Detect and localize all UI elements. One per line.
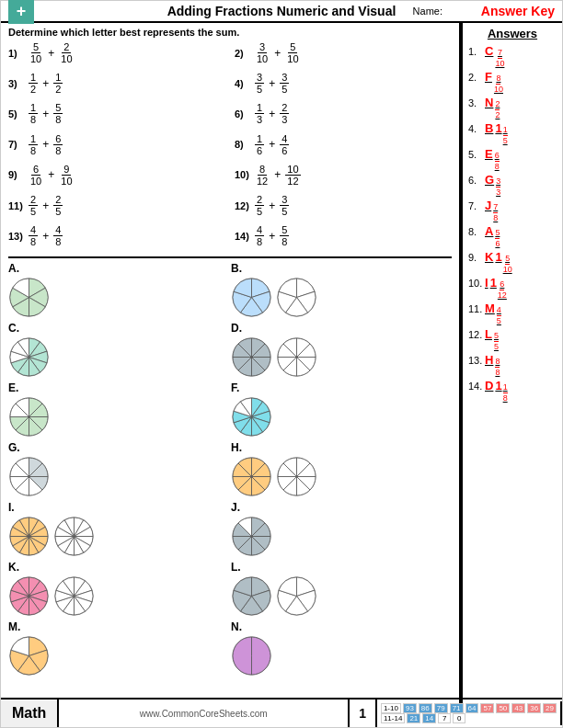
problem-7: 7) 1 8 + 6 8: [8, 133, 225, 156]
answer-frac: 2 2: [495, 100, 500, 119]
answer-num: 11.: [468, 303, 485, 314]
problem-11: 11) 2 5 + 2 5: [8, 194, 225, 217]
problem-3: 3) 1 2 + 1 2: [8, 72, 225, 95]
problem-num: 9): [8, 169, 23, 180]
answer-whole: 1: [495, 250, 501, 264]
problem-num: 12): [235, 200, 249, 211]
pie-label-F: F.: [231, 381, 452, 394]
fraction-expr: 2 5 + 2 5: [27, 194, 64, 217]
pie-chart-svg: [231, 575, 272, 617]
answer-underline: J 7 8: [485, 199, 498, 222]
answer-whole: 1: [490, 276, 497, 290]
answer-frac: 5 5: [494, 332, 499, 351]
footer: Math www.CommonCoreSheets.com 1 1-109386…: [1, 698, 562, 727]
answer-underline: G 3 3: [485, 173, 500, 197]
fraction-1: 1 8: [29, 133, 38, 156]
pie-chart-svg: [53, 516, 95, 557]
fraction-1: 2 5: [29, 194, 38, 217]
pie-row-C: [8, 336, 229, 378]
answer-underline: L 5 5: [485, 327, 499, 351]
pie-group-F: F.: [231, 381, 452, 438]
answer-frac: 8 10: [494, 74, 503, 94]
problem-14: 14) 4 8 + 5 8: [235, 224, 452, 247]
pie-left-column: A. C. E. G. I. K. M.: [8, 262, 229, 680]
fraction-expr: 1 2 + 1 2: [27, 72, 64, 95]
problem-9: 9) 6 10 + 9 10: [8, 164, 225, 187]
pie-row-N: [231, 635, 452, 677]
stat-cell: 50: [496, 703, 510, 713]
problem-6: 6) 1 3 + 2 3: [235, 102, 452, 125]
answer-letter: D: [485, 379, 493, 392]
answers-title: Answers: [468, 27, 557, 40]
stats-row-2: 11-14211470: [381, 713, 557, 723]
answer-letter: N: [485, 96, 493, 109]
pie-label-K: K.: [8, 561, 229, 574]
answer-underline: N 2 2: [485, 96, 500, 119]
answer-underline: A 5 6: [485, 224, 500, 248]
answer-item: 6. G 3 3: [468, 173, 557, 197]
pie-label-E: E.: [8, 381, 229, 394]
fraction-1: 4 8: [29, 224, 38, 247]
problem-num: 13): [8, 231, 23, 242]
fraction-expr: 3 5 + 3 5: [253, 72, 291, 95]
answer-letter: K: [485, 250, 493, 264]
pie-row-J: [231, 516, 452, 557]
answer-num: 12.: [468, 329, 485, 340]
pie-label-D: D.: [231, 322, 452, 335]
answer-item: 5. E 6 8: [468, 147, 557, 171]
pie-group-G: G.: [8, 441, 229, 497]
pie-chart-svg: [231, 635, 272, 677]
answer-frac: 7 8: [493, 203, 498, 222]
pie-chart-svg: [276, 336, 317, 378]
fraction-1: 8 12: [255, 164, 270, 187]
main-content: Determine which letter best represents t…: [1, 23, 562, 714]
answer-num: 2.: [468, 72, 485, 83]
answer-letter: C: [485, 44, 493, 58]
pie-label-B: B.: [231, 262, 452, 275]
pie-label-G: G.: [8, 441, 229, 454]
fraction-expr: 1 3 + 2 3: [253, 102, 291, 125]
answer-item: 4. B 1 1 5: [468, 121, 557, 145]
logo-icon: +: [8, 0, 34, 24]
answer-num: 6.: [468, 175, 485, 186]
answer-underline: H 8 8: [485, 353, 500, 377]
pie-group-A: A.: [8, 262, 229, 318]
fraction-2: 10 12: [285, 164, 300, 187]
fraction-2: 6 8: [53, 133, 63, 156]
answer-num: 4.: [468, 123, 485, 134]
stat-cell: 0: [453, 713, 465, 723]
fraction-1: 3 10: [255, 41, 270, 64]
answer-item: 7. J 7 8: [468, 199, 557, 222]
fraction-expr: 1 8 + 6 8: [27, 133, 64, 156]
fraction-2: 2 5: [53, 194, 63, 217]
pie-label-L: L.: [231, 561, 452, 574]
pie-chart-svg: [231, 396, 272, 438]
fraction-2: 5 8: [53, 102, 63, 125]
answer-underline: C 7 10: [485, 44, 504, 68]
answer-num: 14.: [468, 381, 485, 392]
pie-label-J: J.: [231, 501, 452, 514]
problem-num: 8): [235, 139, 249, 150]
pie-row-K: [8, 575, 229, 617]
answer-num: 1.: [468, 46, 485, 57]
answer-item: 9. K 1 5 10: [468, 250, 557, 274]
pie-chart-svg: [231, 277, 272, 318]
answer-letter: M: [485, 301, 495, 315]
fraction-1: 1 6: [255, 133, 264, 156]
answers-panel: Answers 1. C 7 10 2. F 8 10 3. N 2: [461, 23, 562, 714]
problem-13: 13) 4 8 + 4 8: [8, 224, 225, 247]
answer-letter: B: [485, 121, 493, 135]
pie-row-L: [231, 575, 452, 617]
problem-num: 6): [235, 108, 249, 119]
fraction-expr: 5 10 + 2 10: [27, 41, 76, 64]
fraction-1: 2 5: [255, 194, 264, 217]
answer-whole: 1: [495, 379, 501, 392]
plus-sign: +: [274, 47, 281, 60]
answer-num: 9.: [468, 252, 485, 263]
answer-key-label: Answer Key: [481, 4, 555, 18]
answer-underline: B 1 1 5: [485, 121, 508, 145]
problem-10: 10) 8 12 + 10 12: [235, 164, 452, 187]
footer-url: www.CommonCoreSheets.com: [59, 709, 348, 719]
pie-group-D: D.: [231, 322, 452, 378]
fraction-2: 3 5: [280, 194, 289, 217]
